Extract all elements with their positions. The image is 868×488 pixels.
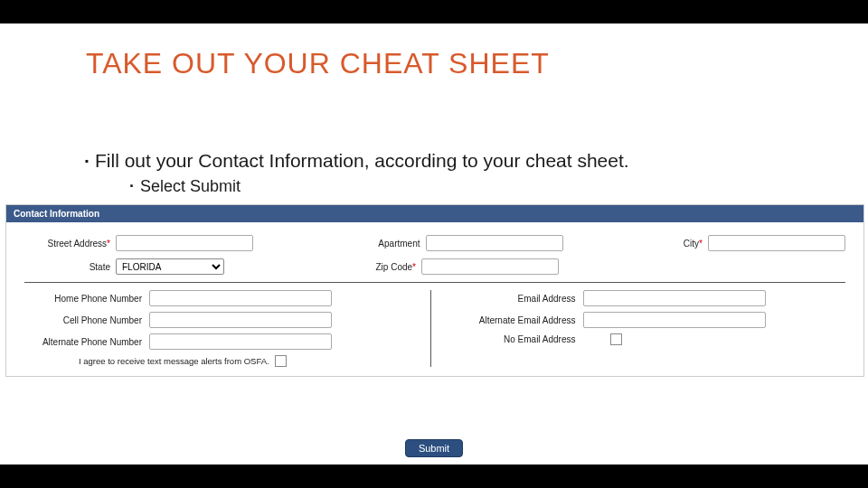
apartment-label: Apartment — [357, 239, 420, 249]
consent-checkbox[interactable] — [275, 355, 287, 367]
divider — [24, 282, 845, 283]
submit-row: Submit — [0, 439, 868, 457]
email-column: Email Address Alternate Email Address No… — [431, 290, 846, 367]
state-label: State — [24, 262, 110, 272]
home-phone-input[interactable] — [149, 290, 332, 306]
bullet-select-submit: Select Submit — [140, 177, 241, 196]
consent-row: I agree to receive text message alerts f… — [79, 355, 412, 367]
cell-phone-input[interactable] — [149, 312, 332, 328]
address-row-2: State FLORIDA Zip Code* — [24, 258, 845, 275]
cell-phone-label: Cell Phone Number — [24, 315, 142, 325]
email-label: Email Address — [458, 294, 576, 304]
zip-input[interactable] — [421, 258, 559, 275]
city-label: City* — [666, 239, 703, 249]
contact-form-panel: Contact Information Street Address* Apar… — [5, 204, 864, 377]
lower-section: Home Phone Number Cell Phone Number Alte… — [24, 290, 845, 367]
address-row-1: Street Address* Apartment City* — [24, 235, 845, 251]
alt-email-input[interactable] — [583, 312, 766, 328]
slide-title: TAKE OUT YOUR CHEAT SHEET — [86, 47, 550, 80]
apartment-input[interactable] — [426, 235, 563, 251]
home-phone-label: Home Phone Number — [24, 294, 142, 304]
submit-button[interactable]: Submit — [405, 439, 463, 457]
slide: TAKE OUT YOUR CHEAT SHEET Fill out your … — [0, 23, 868, 465]
consent-label: I agree to receive text message alerts f… — [79, 356, 269, 366]
zip-label: Zip Code* — [353, 262, 416, 272]
no-email-label: No Email Address — [458, 334, 576, 344]
email-input[interactable] — [583, 290, 766, 306]
city-input[interactable] — [708, 235, 845, 251]
panel-header: Contact Information — [6, 205, 863, 222]
panel-body: Street Address* Apartment City* State FL… — [6, 222, 863, 376]
alt-email-label: Alternate Email Address — [458, 315, 576, 325]
no-email-checkbox[interactable] — [610, 333, 622, 345]
alt-phone-label: Alternate Phone Number — [24, 337, 142, 347]
street-label: Street Address* — [24, 239, 110, 249]
street-input[interactable] — [116, 235, 253, 251]
bullet-fill-contact: Fill out your Contact Information, accor… — [95, 150, 629, 172]
phone-column: Home Phone Number Cell Phone Number Alte… — [24, 290, 431, 367]
state-select[interactable]: FLORIDA — [116, 258, 224, 275]
alt-phone-input[interactable] — [149, 333, 332, 350]
